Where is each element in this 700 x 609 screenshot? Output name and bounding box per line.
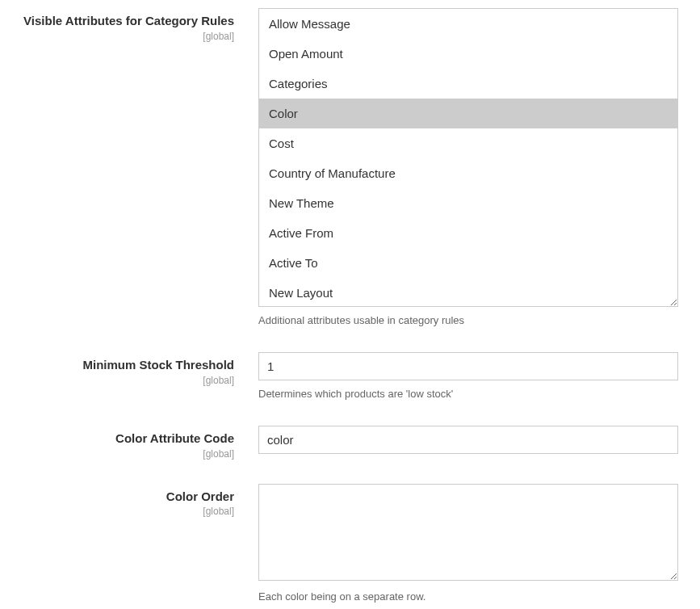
field-label: Color Attribute Code bbox=[0, 430, 234, 447]
input-column: Determines which products are 'low stock… bbox=[258, 352, 678, 401]
multiselect-option[interactable]: Categories bbox=[259, 69, 677, 99]
multiselect-option[interactable]: Active From bbox=[259, 218, 677, 248]
label-column: Visible Attributes for Category Rules [g… bbox=[0, 8, 258, 328]
input-column bbox=[258, 426, 678, 460]
input-column: Each color being on a separate row. bbox=[258, 484, 678, 604]
color-attr-input[interactable] bbox=[258, 426, 678, 454]
multiselect-option[interactable]: Open Amount bbox=[259, 39, 677, 69]
multiselect-option[interactable]: Cost bbox=[259, 128, 677, 158]
field-scope: [global] bbox=[0, 506, 234, 517]
multiselect-option[interactable]: Allow Message bbox=[259, 9, 677, 39]
label-column: Color Attribute Code [global] bbox=[0, 426, 258, 460]
visible-attributes-multiselect[interactable]: Allow MessageOpen AmountCategoriesColorC… bbox=[258, 8, 678, 307]
multiselect-option[interactable]: Color bbox=[259, 99, 677, 128]
color-order-textarea[interactable] bbox=[258, 484, 678, 581]
field-color-order: Color Order [global] Each color being on… bbox=[0, 484, 700, 604]
label-column: Minimum Stock Threshold [global] bbox=[0, 352, 258, 401]
field-min-stock: Minimum Stock Threshold [global] Determi… bbox=[0, 352, 700, 401]
field-note: Each color being on a separate row. bbox=[258, 590, 678, 604]
multiselect-option[interactable]: Active To bbox=[259, 248, 677, 278]
multiselect-option[interactable]: New Layout bbox=[259, 278, 677, 307]
field-visible-attributes: Visible Attributes for Category Rules [g… bbox=[0, 8, 700, 328]
field-label: Visible Attributes for Category Rules bbox=[0, 13, 234, 29]
field-color-attr: Color Attribute Code [global] bbox=[0, 426, 700, 460]
field-note: Additional attributes usable in category… bbox=[258, 313, 678, 328]
label-column: Color Order [global] bbox=[0, 484, 258, 604]
multiselect-option[interactable]: New Theme bbox=[259, 188, 677, 218]
field-note: Determines which products are 'low stock… bbox=[258, 387, 678, 401]
field-scope: [global] bbox=[0, 31, 234, 42]
multiselect-option[interactable]: Country of Manufacture bbox=[259, 158, 677, 188]
input-column: Allow MessageOpen AmountCategoriesColorC… bbox=[258, 8, 678, 328]
field-label: Minimum Stock Threshold bbox=[0, 357, 234, 373]
field-label: Color Order bbox=[0, 489, 234, 505]
field-scope: [global] bbox=[0, 448, 234, 460]
field-scope: [global] bbox=[0, 375, 234, 386]
min-stock-input[interactable] bbox=[258, 352, 678, 380]
